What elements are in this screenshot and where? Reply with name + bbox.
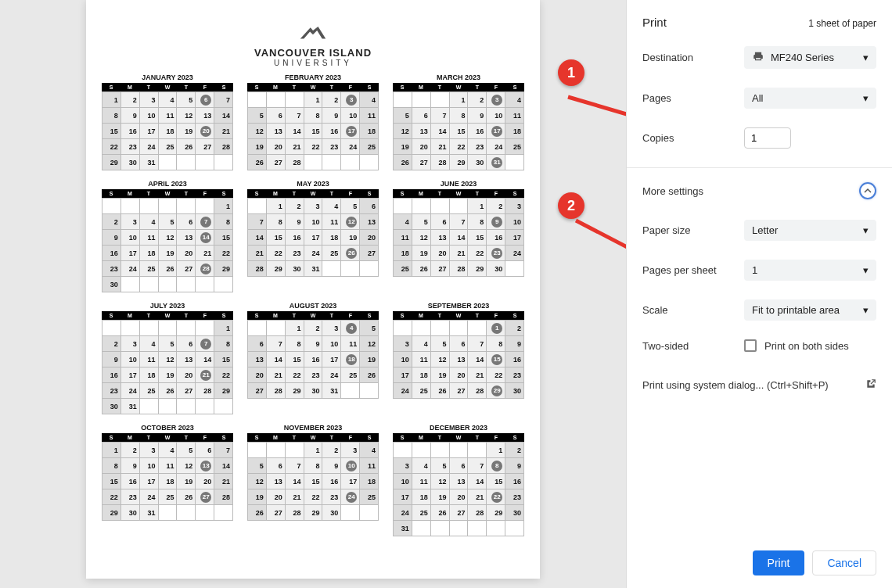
calendar-day: 5 <box>248 108 267 124</box>
calendar-day: 8 <box>487 336 505 352</box>
calendar-day: 21 <box>214 124 233 139</box>
month-title: JULY 2023 <box>102 302 233 310</box>
days-grid: 1234567891011121314151617181920212223242… <box>102 91 233 170</box>
calendar-day: 29 <box>304 505 323 521</box>
pages-value: All <box>752 92 763 104</box>
print-button[interactable]: Print <box>753 550 805 575</box>
system-dialog-link[interactable]: Print using system dialog... (Ctrl+Shift… <box>642 378 876 392</box>
calendar-day: 26 <box>248 505 267 521</box>
paper-size-select[interactable]: Letter ▾ <box>744 220 876 241</box>
external-link-icon <box>865 378 876 392</box>
calendar-day: 4 <box>341 321 360 336</box>
calendar-day: 27 <box>177 383 196 399</box>
more-settings-toggle[interactable]: More settings <box>642 182 876 199</box>
calendar-day: 4 <box>505 92 524 108</box>
calendar-day: 15 <box>103 474 121 489</box>
calendar-day: 25 <box>159 489 178 505</box>
month-title: OCTOBER 2023 <box>102 424 233 432</box>
calendar-day: 2 <box>121 443 140 458</box>
calendar-day: 3 <box>341 92 360 108</box>
calendar-day: 15 <box>468 230 487 246</box>
calendar-day: 13 <box>360 214 379 230</box>
calendar-day: 27 <box>450 383 469 399</box>
calendar-day-empty <box>214 399 233 414</box>
calendar-day: 29 <box>487 505 505 521</box>
calendar-day: 1 <box>103 443 121 458</box>
chevron-down-icon: ▾ <box>863 224 869 236</box>
calendar-day: 30 <box>468 155 487 170</box>
calendar-day: 29 <box>103 155 121 170</box>
calendar-day-empty <box>140 399 159 414</box>
calendar-day-empty <box>394 92 412 108</box>
month-title: MARCH 2023 <box>393 74 524 81</box>
pages-per-sheet-select[interactable]: 1 ▾ <box>744 260 876 281</box>
calendar-day: 29 <box>214 261 233 277</box>
calendar-day: 10 <box>505 214 524 230</box>
calendar-day: 13 <box>196 108 214 124</box>
calendar-day-empty <box>304 155 323 170</box>
calendar-day: 26 <box>159 261 178 277</box>
copies-input[interactable] <box>744 127 791 149</box>
cancel-button[interactable]: Cancel <box>812 550 876 575</box>
calendar-day: 8 <box>487 458 505 474</box>
calendar-day: 9 <box>286 214 304 230</box>
calendar-day-empty <box>431 521 450 536</box>
calendar-day-empty <box>412 92 431 108</box>
calendar-day: 11 <box>341 336 360 352</box>
calendar-day: 30 <box>304 383 323 399</box>
calendar-day: 6 <box>177 214 196 230</box>
calendar-day: 20 <box>450 368 469 383</box>
calendar-day: 1 <box>450 92 469 108</box>
calendar-day: 5 <box>159 214 178 230</box>
calendar-day: 3 <box>140 443 159 458</box>
calendar-day: 8 <box>267 214 286 230</box>
calendar-day: 11 <box>505 108 524 124</box>
calendar-day-empty <box>360 155 379 170</box>
destination-select[interactable]: MF240 Series ▾ <box>744 46 876 69</box>
calendar-day: 10 <box>121 230 140 246</box>
calendar-day: 9 <box>487 214 505 230</box>
calendar-day: 11 <box>159 458 178 474</box>
calendar-day: 12 <box>412 230 431 246</box>
day-of-week-header: SMTWTFS <box>102 83 233 91</box>
calendar-day-empty <box>431 92 450 108</box>
calendar-day: 12 <box>177 108 196 124</box>
calendar-day: 29 <box>468 261 487 277</box>
calendar-day: 26 <box>341 246 360 261</box>
days-grid: 1234567891011121314151617181920212223242… <box>393 91 524 170</box>
calendar-day: 17 <box>341 474 360 489</box>
calendar-day: 22 <box>267 246 286 261</box>
calendar-day: 30 <box>121 505 140 521</box>
calendar-day: 25 <box>140 261 159 277</box>
scale-select[interactable]: Fit to printable area ▾ <box>744 299 876 321</box>
calendar-day: 18 <box>322 230 341 246</box>
pages-select[interactable]: All ▾ <box>744 88 876 109</box>
calendar-day: 28 <box>450 261 469 277</box>
month-title: AUGUST 2023 <box>247 302 379 310</box>
calendar-day: 5 <box>412 214 431 230</box>
calendar-day: 31 <box>121 399 140 414</box>
calendar-day: 23 <box>121 139 140 155</box>
calendar-day: 18 <box>159 474 178 489</box>
calendar-month: JUNE 2023SMTWTFS123456789101112131415161… <box>393 180 524 292</box>
calendar-day: 2 <box>322 443 341 458</box>
calendar-day: 31 <box>140 505 159 521</box>
calendar-day: 16 <box>103 246 121 261</box>
calendar-month: MARCH 2023SMTWTFS12345678910111213141516… <box>393 74 524 170</box>
calendar-day: 20 <box>450 489 469 505</box>
day-of-week-header: SMTWTFS <box>393 433 524 442</box>
calendar-day: 20 <box>177 368 196 383</box>
calendar-month: APRIL 2023SMTWTFS12345678910111213141516… <box>102 180 233 292</box>
calendar-day-empty <box>322 261 341 277</box>
calendar-day-empty <box>196 155 214 170</box>
calendar-day: 27 <box>450 505 469 521</box>
day-of-week-header: SMTWTFS <box>247 83 379 91</box>
calendar-day-empty <box>450 521 469 536</box>
two-sided-checkbox[interactable] <box>744 339 757 352</box>
calendar-day: 7 <box>286 108 304 124</box>
calendar-day: 23 <box>322 489 341 505</box>
calendar-day: 17 <box>121 368 140 383</box>
calendar-day: 17 <box>140 124 159 139</box>
calendar-day: 30 <box>121 155 140 170</box>
calendar-day-empty <box>177 155 196 170</box>
